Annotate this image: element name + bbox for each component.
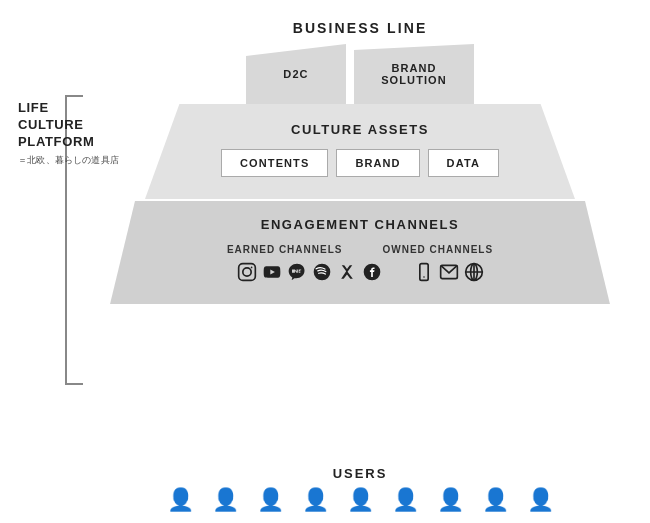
user-icon-3: 👤 [257, 487, 284, 513]
users-section: USERS 👤 👤 👤 👤 👤 👤 👤 👤 👤 [90, 466, 630, 513]
business-line-boxes: D2C BRANDSOLUTION [246, 44, 474, 104]
svg-point-3 [313, 264, 330, 281]
instagram-icon [237, 261, 257, 282]
engagement-title: ENGAGEMENT CHANNELS [261, 217, 460, 232]
user-icon-6: 👤 [392, 487, 419, 513]
youtube-icon [262, 261, 282, 282]
earned-icons-group [237, 261, 382, 282]
user-icon-7: 👤 [437, 487, 464, 513]
user-icons-row: 👤 👤 👤 👤 👤 👤 👤 👤 👤 [167, 487, 554, 513]
d2c-box: D2C [246, 44, 346, 104]
smartphone-icon [414, 261, 434, 282]
earned-channels-label: EARNED CHANNELS [227, 244, 343, 255]
user-icon-2: 👤 [212, 487, 239, 513]
user-icon-5: 👤 [347, 487, 374, 513]
icons-row [237, 261, 484, 282]
pyramid-wrapper: CULTURE ASSETS CONTENTS BRAND DATA ENGAG… [90, 104, 630, 304]
culture-boxes: CONTENTS BRAND DATA [221, 149, 499, 177]
x-icon [337, 261, 357, 282]
data-box: DATA [428, 149, 499, 177]
channel-labels-row: EARNED CHANNELS OWNED CHANNELS [227, 244, 493, 255]
business-line-section: BUSINESS LINE D2C BRANDSOLUTION [90, 20, 630, 104]
platform-title: LIFECULTUREPLATFORM [18, 100, 94, 151]
svg-point-2 [250, 267, 252, 269]
svg-rect-5 [419, 264, 427, 281]
pyramid-area: BUSINESS LINE D2C BRANDSOLUTION CULTURE … [90, 20, 630, 304]
business-line-title: BUSINESS LINE [293, 20, 428, 36]
user-icon-8: 👤 [482, 487, 509, 513]
engagement-layer: ENGAGEMENT CHANNELS EARNED CHANNELS OWNE… [110, 201, 610, 304]
email-icon [439, 261, 459, 282]
user-icon-4: 👤 [302, 487, 329, 513]
spotify-icon [312, 261, 332, 282]
owned-channels-label: OWNED CHANNELS [382, 244, 493, 255]
user-icon-1: 👤 [167, 487, 194, 513]
user-icon-9: 👤 [527, 487, 554, 513]
svg-point-6 [423, 276, 425, 278]
web-icon [464, 261, 484, 282]
owned-icons-group [414, 261, 484, 282]
line-icon [287, 261, 307, 282]
contents-box: CONTENTS [221, 149, 328, 177]
svg-point-1 [242, 268, 250, 276]
culture-assets-title: CULTURE ASSETS [291, 122, 429, 137]
page-container: LIFECULTUREPLATFORM ＝北欧、暮らしの道具店 BUSINESS… [0, 0, 650, 523]
svg-rect-0 [238, 264, 255, 281]
brand-box: BRAND [336, 149, 419, 177]
culture-assets-layer: CULTURE ASSETS CONTENTS BRAND DATA [145, 104, 575, 199]
users-label: USERS [333, 466, 388, 481]
brand-solution-box: BRANDSOLUTION [354, 44, 474, 104]
facebook-icon [362, 261, 382, 282]
